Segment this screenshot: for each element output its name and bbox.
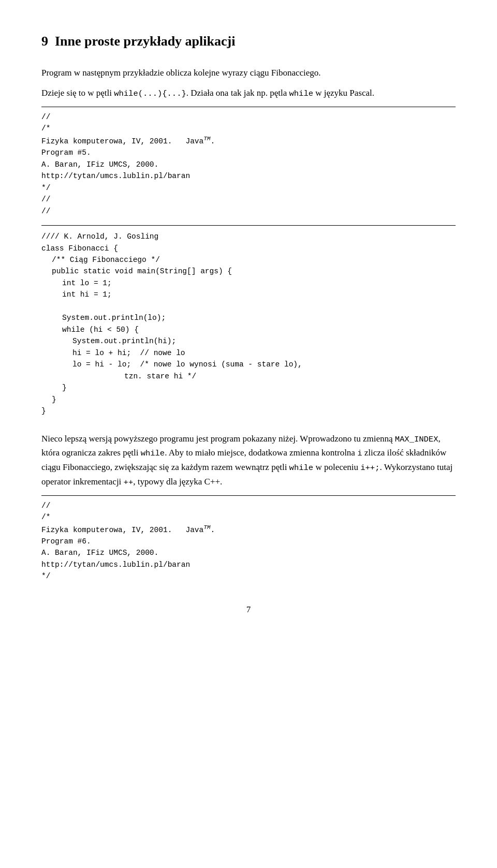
code-line: */: [41, 182, 456, 194]
code-line: Fizyka komputerowa, IV, 2001. JavaTM.: [41, 523, 456, 536]
tm-superscript: TM: [203, 136, 210, 142]
ipp-code: i++;: [360, 463, 379, 473]
paragraph2: Nieco lepszą wersją powyższego programu …: [41, 432, 456, 489]
code-line: }: [41, 405, 456, 417]
code-line: Program #5.: [41, 147, 456, 158]
code-line: http://tytan/umcs.lublin.pl/baran: [41, 559, 456, 570]
tm-superscript-2: TM: [203, 524, 210, 531]
code-line: }: [62, 382, 456, 393]
page-container: 9 Inne proste przykłady aplikacji Progra…: [41, 31, 456, 616]
code-line: Program #6.: [41, 536, 456, 547]
divider-1: [41, 107, 456, 107]
code-line: lo = hi - lo; /* nowe lo wynosi (suma - …: [72, 359, 456, 370]
while-inline-1: while: [289, 89, 313, 98]
code-block-comment-1: // /* Fizyka komputerowa, IV, 2001. Java…: [41, 111, 456, 217]
page-number: 7: [41, 603, 456, 616]
intro-paragraph: Program w następnym przykładzie oblicza …: [41, 66, 456, 80]
code-block-comment-2: // /* Fizyka komputerowa, IV, 2001. Java…: [41, 500, 456, 582]
code-line: */: [41, 570, 456, 582]
while-inline-3: while: [289, 463, 314, 473]
code-line: }: [52, 394, 456, 405]
code-line: A. Baran, IFiz UMCS, 2000.: [41, 159, 456, 170]
chapter-heading: 9 Inne proste przykłady aplikacji: [41, 31, 456, 51]
code-line: /*: [41, 123, 456, 134]
code-line: int hi = 1;: [62, 289, 456, 300]
code-line: public static void main(String[] args) {: [52, 266, 456, 277]
while-code-inline: while(...){...}: [114, 89, 186, 98]
code-line: int lo = 1;: [62, 277, 456, 289]
code-block-fibonacci: //// K. Arnold, J. Gosling class Fibonac…: [41, 231, 456, 417]
max-index-code: MAX_INDEX: [395, 435, 438, 444]
code-line: //: [41, 194, 456, 205]
code-line: //: [41, 500, 456, 511]
code-line: /*: [41, 511, 456, 523]
code-line: class Fibonacci {: [41, 243, 456, 254]
code-line: //: [41, 205, 456, 217]
code-line: //: [41, 111, 456, 123]
divider-3: [41, 495, 456, 496]
sentence2-paragraph: Dzieje się to w pętli while(...){...}. D…: [41, 86, 456, 100]
code-line: while (hi < 50) {: [62, 324, 456, 335]
pp-code: ++: [124, 478, 134, 487]
code-line: System.out.println(lo);: [62, 312, 456, 323]
code-line: /** Ciąg Fibonacciego */: [52, 254, 456, 266]
code-line: http://tytan/umcs.lublin.pl/baran: [41, 170, 456, 182]
code-line: hi = lo + hi; // nowe lo: [72, 347, 456, 359]
code-line: Fizyka komputerowa, IV, 2001. JavaTM.: [41, 135, 456, 147]
divider-2: [41, 225, 456, 226]
code-line: System.out.println(hi);: [72, 335, 456, 347]
code-line: //// K. Arnold, J. Gosling: [41, 231, 456, 242]
while-inline-2: while: [141, 449, 165, 458]
code-line: A. Baran, IFiz UMCS, 2000.: [41, 547, 456, 558]
code-line: [41, 301, 456, 312]
code-line: tzn. stare hi */: [124, 371, 456, 382]
